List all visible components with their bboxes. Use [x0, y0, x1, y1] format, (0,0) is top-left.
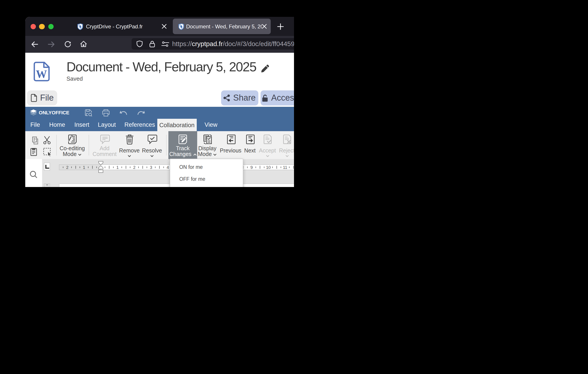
svg-text:3: 3: [150, 165, 152, 169]
svg-text:1: 1: [83, 165, 85, 169]
svg-text:9: 9: [251, 165, 253, 169]
svg-text:10: 10: [266, 165, 271, 169]
svg-text:W: W: [36, 68, 47, 80]
svg-text:4: 4: [167, 165, 169, 169]
svg-text:2: 2: [66, 165, 69, 169]
svg-text:1: 1: [116, 165, 119, 169]
svg-text:2: 2: [133, 165, 136, 169]
svg-text:11: 11: [283, 165, 288, 169]
